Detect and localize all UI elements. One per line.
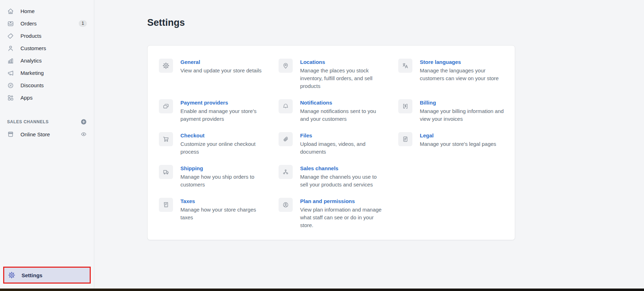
desktop-sliver — [0, 289, 644, 291]
person-circle-icon — [279, 198, 293, 212]
payment-cards-icon — [159, 99, 173, 113]
settings-item-desc: Manage notifications sent to you and you… — [300, 107, 386, 123]
sidebar-item-apps[interactable]: Apps — [0, 91, 94, 104]
gear-icon — [159, 59, 173, 73]
billing-invoice-icon — [398, 99, 412, 113]
settings-item-desc: Manage the channels you use to sell your… — [300, 173, 386, 189]
settings-item-locations[interactable]: Locations Manage the places you stock in… — [279, 59, 386, 90]
sidebar-item-label: Analytics — [20, 58, 87, 64]
settings-link-payment-providers[interactable]: Payment providers — [180, 100, 228, 106]
settings-item-legal[interactable]: Legal Manage your store's legal pages — [398, 132, 505, 156]
settings-link-files[interactable]: Files — [300, 132, 312, 138]
cart-icon — [159, 132, 173, 146]
truck-icon — [159, 165, 173, 179]
settings-link-locations[interactable]: Locations — [300, 59, 325, 65]
page-title: Settings — [147, 16, 644, 30]
sidebar-item-orders[interactable]: Orders 1 — [0, 17, 94, 30]
settings-item-files[interactable]: Files Upload images, videos, and documen… — [279, 132, 386, 156]
sidebar-item-customers[interactable]: Customers — [0, 42, 94, 54]
settings-link-plan-and-permissions[interactable]: Plan and permissions — [300, 198, 355, 204]
sidebar-spacer — [0, 141, 94, 267]
settings-item-plan-and-permissions[interactable]: Plan and permissions View plan informati… — [279, 198, 386, 229]
settings-item-desc: Customize your online checkout process — [180, 140, 266, 156]
settings-item-notifications[interactable]: Notifications Manage notifications sent … — [279, 99, 386, 123]
sidebar-item-label: Products — [20, 33, 87, 39]
shopify-admin-window: Home Orders 1 Products — [0, 0, 644, 291]
sidebar-item-label: Marketing — [20, 70, 87, 76]
sidebar-item-label: Customers — [20, 45, 87, 51]
settings-link-sales-channels[interactable]: Sales channels — [300, 165, 338, 171]
sales-channels-header: SALES CHANNELS — [0, 118, 94, 126]
online-store-visibility-button[interactable] — [80, 131, 87, 137]
settings-item-desc: View plan information and manage what st… — [300, 206, 386, 229]
sidebar-item-marketing[interactable]: Marketing — [0, 67, 94, 79]
bar-chart-icon — [7, 57, 14, 64]
settings-item-desc: Enable and manage your store's payment p… — [180, 107, 266, 123]
megaphone-icon — [7, 70, 14, 77]
person-icon — [7, 45, 14, 52]
settings-item-general[interactable]: General View and update your store detai… — [159, 59, 266, 90]
settings-item-payment-providers[interactable]: Payment providers Enable and manage your… — [159, 99, 266, 123]
sidebar-item-label: Online Store — [20, 131, 74, 137]
sidebar: Home Orders 1 Products — [0, 0, 94, 289]
sales-channels-heading: SALES CHANNELS — [7, 119, 80, 124]
storefront-icon — [7, 131, 14, 138]
location-pin-icon — [279, 59, 293, 73]
settings-item-sales-channels[interactable]: Sales channels Manage the channels you u… — [279, 165, 386, 189]
sidebar-item-products[interactable]: Products — [0, 30, 94, 42]
sidebar-item-online-store[interactable]: Online Store — [0, 128, 94, 141]
settings-item-desc: Upload images, videos, and documents — [300, 140, 386, 156]
main-content: Settings General — [94, 0, 644, 291]
gear-icon — [8, 272, 15, 279]
taxes-receipt-icon — [159, 198, 173, 212]
settings-item-desc: Manage the places you stock inventory, f… — [300, 67, 386, 90]
home-icon — [7, 8, 14, 15]
settings-item-desc: Manage your store's legal pages — [420, 140, 505, 148]
orders-icon — [7, 20, 14, 27]
settings-item-taxes[interactable]: Taxes Manage how your store charges taxe… — [159, 198, 266, 229]
sidebar-item-label: Orders — [20, 20, 72, 26]
settings-item-desc: Manage the languages your customers can … — [420, 67, 505, 82]
settings-link-checkout[interactable]: Checkout — [180, 132, 204, 138]
settings-item-desc: Manage your billing information and view… — [420, 107, 505, 123]
orders-count-badge: 1 — [79, 20, 87, 27]
share-network-icon — [279, 165, 293, 179]
settings-link-billing[interactable]: Billing — [420, 100, 436, 106]
sidebar-item-settings[interactable]: Settings — [4, 268, 90, 283]
settings-item-desc: View and update your store details — [180, 67, 266, 75]
settings-card: General View and update your store detai… — [147, 45, 515, 240]
sidebar-item-home[interactable]: Home — [0, 5, 94, 17]
settings-item-billing[interactable]: Billing Manage your billing information … — [398, 99, 505, 123]
sidebar-item-label: Discounts — [20, 82, 87, 88]
settings-grid: General View and update your store detai… — [159, 59, 503, 229]
settings-item-desc: Manage how you ship orders to customers — [180, 173, 266, 189]
settings-item-checkout[interactable]: Checkout Customize your online checkout … — [159, 132, 266, 156]
sidebar-item-label: Apps — [20, 95, 87, 101]
settings-item-shipping[interactable]: Shipping Manage how you ship orders to c… — [159, 165, 266, 189]
settings-item-store-languages[interactable]: Store languages Manage the languages you… — [398, 59, 505, 90]
settings-link-store-languages[interactable]: Store languages — [420, 59, 461, 65]
grid-empty-cell — [398, 165, 505, 189]
settings-link-shipping[interactable]: Shipping — [180, 165, 203, 171]
annotation-rectangle: Settings — [3, 267, 91, 284]
plus-circle-icon — [80, 119, 87, 125]
paperclip-icon — [279, 132, 293, 146]
sidebar-item-label: Home — [20, 8, 87, 14]
discount-badge-icon — [7, 82, 14, 89]
settings-link-notifications[interactable]: Notifications — [300, 100, 332, 106]
settings-link-general[interactable]: General — [180, 59, 200, 65]
settings-link-legal[interactable]: Legal — [420, 132, 434, 138]
sidebar-item-analytics[interactable]: Analytics — [0, 54, 94, 67]
add-sales-channel-button[interactable] — [80, 119, 87, 125]
translate-icon — [398, 59, 412, 73]
sidebar-item-label: Settings — [22, 272, 42, 278]
grid-empty-cell — [398, 198, 505, 229]
tag-icon — [7, 32, 14, 40]
eye-icon — [80, 131, 87, 137]
sidebar-item-discounts[interactable]: Discounts — [0, 79, 94, 91]
legal-document-icon — [398, 132, 412, 146]
bell-icon — [279, 99, 293, 113]
apps-grid-icon — [7, 94, 14, 101]
settings-item-desc: Manage how your store charges taxes — [180, 206, 266, 221]
settings-link-taxes[interactable]: Taxes — [180, 198, 195, 204]
